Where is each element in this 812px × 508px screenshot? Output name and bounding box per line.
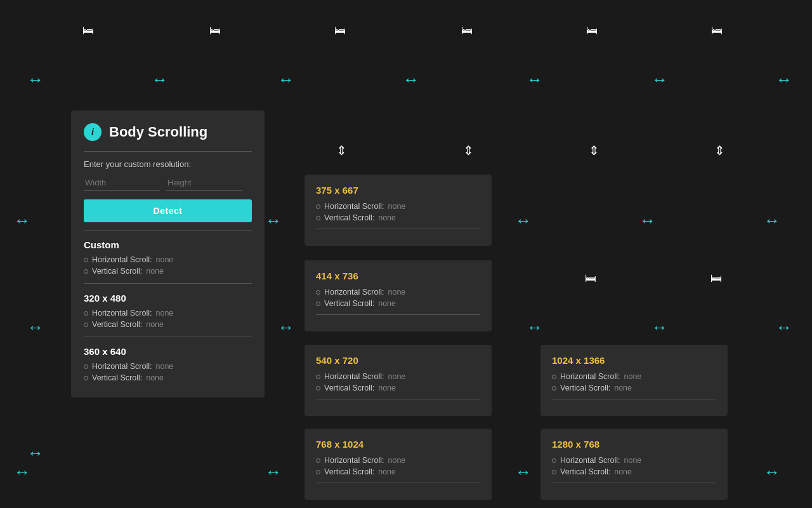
section-divider-0: [84, 230, 252, 231]
card-2-v-scroll: Vertical Scroll: none: [316, 384, 480, 392]
bullet-icon: [552, 458, 556, 463]
h-arrow-col7-1: ↔: [764, 211, 780, 231]
v-arrow-col7-1: ↕: [775, 76, 795, 84]
h-arrow-col7-2: ↔: [764, 462, 780, 482]
v-arrow-3: ↕: [27, 450, 46, 458]
bullet-icon: [84, 311, 88, 316]
v-arrow-col7-2: ↕: [775, 324, 795, 332]
v-arrow-col4: ↕: [402, 76, 422, 84]
res-divider-3: [316, 483, 480, 483]
expand-icon-2: ⇕: [463, 143, 474, 158]
bullet-icon: [316, 204, 320, 209]
res-divider-5: [552, 483, 716, 483]
h-arrow-col3-2: ↔: [265, 462, 282, 482]
inputs-row: [84, 175, 252, 190]
res-card-1: 414 x 736 Horizontal Scroll: none Vertic…: [304, 260, 492, 331]
res-card-3: 768 x 1024 Horizontal Scroll: none Verti…: [304, 429, 492, 500]
res-card-4: 1024 x 1366 Horizontal Scroll: none Vert…: [540, 345, 728, 416]
res-divider-0: [316, 229, 480, 229]
card-1-h-scroll: Horizontal Scroll: none: [316, 288, 480, 297]
expand-icon-1: ⇕: [336, 143, 347, 158]
bed-icon-2: 🛏: [209, 24, 221, 37]
card-3-v-scroll: Vertical Scroll: none: [316, 467, 480, 476]
bullet-icon: [552, 375, 556, 379]
res-card-5: 1280 x 768 Horizontal Scroll: none Verti…: [540, 429, 728, 500]
320-v-scroll: Vertical Scroll: none: [84, 320, 252, 329]
card-1-v-scroll: Vertical Scroll: none: [316, 299, 480, 308]
bed-icon-4: 🛏: [461, 24, 473, 37]
panel-title: Body Scrolling: [109, 124, 207, 140]
360-v-scroll: Vertical Scroll: none: [84, 373, 252, 382]
card-0-h-scroll: Horizontal Scroll: none: [316, 202, 480, 211]
card-0-v-scroll: Vertical Scroll: none: [316, 213, 480, 222]
bullet-icon: [316, 458, 320, 463]
360-h-scroll: Horizontal Scroll: none: [84, 362, 252, 371]
h-arrow-col5-1: ↔: [515, 211, 532, 231]
res-card-title-4: 1024 x 1366: [552, 355, 716, 366]
card-5-v-scroll: Vertical Scroll: none: [552, 467, 716, 476]
card-3-h-scroll: Horizontal Scroll: none: [316, 456, 480, 465]
res-card-title-3: 768 x 1024: [316, 439, 480, 450]
h-arrow-col3-1: ↔: [265, 211, 282, 231]
res-card-0: 375 x 667 Horizontal Scroll: none Vertic…: [304, 175, 492, 246]
bullet-icon: [84, 376, 88, 380]
expand-icon-4: ⇕: [714, 143, 725, 158]
h-arrow-col5-2: ↔: [515, 462, 532, 482]
bullet-icon: [316, 290, 320, 295]
res-card-title-5: 1280 x 768: [552, 439, 716, 450]
info-icon: i: [84, 123, 102, 141]
v-arrow-col6-2: ↕: [651, 324, 671, 332]
v-arrow-col3-1: ↕: [277, 76, 297, 84]
v-arrow-col5-2: ↕: [526, 324, 546, 332]
expand-icon-3: ⇕: [589, 143, 599, 158]
v-arrow-col6-1: ↕: [651, 76, 671, 84]
header-divider: [84, 151, 252, 152]
card-2-h-scroll: Horizontal Scroll: none: [316, 372, 480, 381]
bullet-icon: [316, 386, 320, 391]
card-4-v-scroll: Vertical Scroll: none: [552, 384, 716, 392]
bullet-icon: [316, 375, 320, 379]
h-arrow-left-1: ↔: [14, 211, 30, 231]
res-divider-4: [552, 399, 716, 399]
resolution-label: Enter your custom resolution:: [84, 159, 252, 169]
height-input[interactable]: [166, 175, 242, 190]
res-card-2: 540 x 720 Horizontal Scroll: none Vertic…: [304, 345, 492, 416]
section-divider-2: [84, 337, 252, 337]
bullet-icon: [84, 364, 88, 369]
bullet-icon: [552, 386, 556, 391]
main-panel: i Body Scrolling Enter your custom resol…: [71, 110, 265, 398]
v-arrow-col3-2: ↕: [277, 324, 297, 332]
bullet-icon: [316, 302, 320, 306]
bed-icon-6: 🛏: [711, 24, 723, 37]
res-divider-1: [316, 314, 480, 315]
section-title-360: 360 x 640: [84, 346, 252, 357]
section-divider-1: [84, 283, 252, 284]
res-card-title-0: 375 x 667: [316, 185, 480, 196]
v-arrow-2: ↕: [27, 324, 46, 332]
bullet-icon: [84, 269, 88, 274]
bed-icon-r2-2: 🛏: [710, 272, 722, 285]
bed-icon-r2-1: 🛏: [585, 272, 596, 285]
bullet-icon: [552, 470, 556, 474]
panel-header: i Body Scrolling: [84, 123, 252, 141]
detect-button[interactable]: Detect: [84, 199, 252, 222]
bullet-icon: [84, 323, 88, 327]
card-5-h-scroll: Horizontal Scroll: none: [552, 456, 716, 465]
bed-icon-1: 🛏: [82, 24, 94, 37]
bed-icon-5: 🛏: [586, 24, 598, 37]
res-divider-2: [316, 399, 480, 399]
bed-icon-3: 🛏: [334, 24, 346, 37]
section-title-320: 320 x 480: [84, 293, 252, 304]
custom-v-scroll: Vertical Scroll: none: [84, 267, 252, 276]
width-input[interactable]: [84, 175, 160, 190]
res-card-title-2: 540 x 720: [316, 355, 480, 366]
card-4-h-scroll: Horizontal Scroll: none: [552, 372, 716, 381]
v-arrow-col2-1: ↕: [151, 76, 171, 84]
v-arrow-1: ↕: [27, 76, 46, 84]
h-arrow-left-2: ↔: [14, 462, 30, 482]
h-arrow-col6: ↔: [639, 211, 656, 231]
section-title-custom: Custom: [84, 239, 252, 250]
bullet-icon: [84, 258, 88, 262]
bullet-icon: [316, 470, 320, 474]
res-card-title-1: 414 x 736: [316, 271, 480, 281]
